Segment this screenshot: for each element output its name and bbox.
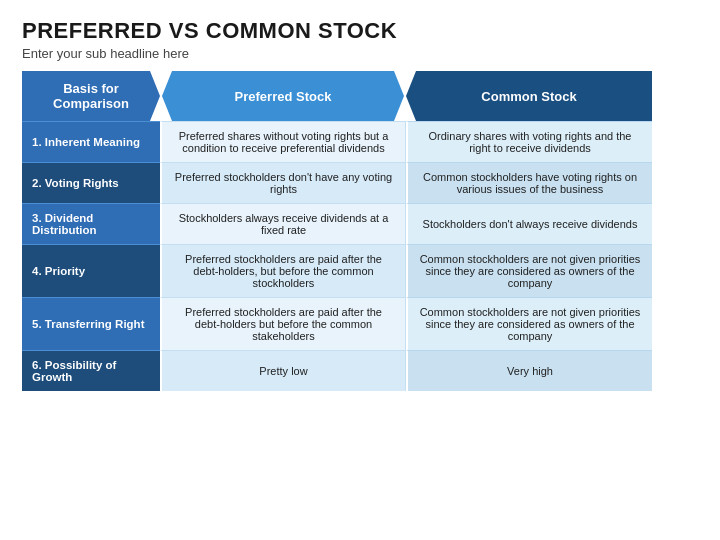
row-label-5: 5. Transferring Right (22, 297, 160, 350)
cell-preferred-5: Preferred stockholders are paid after th… (160, 297, 406, 350)
cell-preferred-6: Pretty low (160, 350, 406, 391)
cell-preferred-2: Preferred stockholders don't have any vo… (160, 162, 406, 203)
page-subtitle: Enter your sub headline here (22, 46, 698, 61)
header-preferred: Preferred Stock (162, 71, 404, 121)
cell-common-5: Common stockholders are not given priori… (406, 297, 652, 350)
row-label-4: 4. Priority (22, 244, 160, 297)
page-title: PREFERRED VS COMMON STOCK (22, 18, 698, 44)
cell-common-2: Common stockholders have voting rights o… (406, 162, 652, 203)
row-label-3: 3. Dividend Distribution (22, 203, 160, 244)
table-wrapper: Basis for Comparison Preferred Stock Com… (22, 71, 698, 526)
row-label-6: 6. Possibility of Growth (22, 350, 160, 391)
cell-common-6: Very high (406, 350, 652, 391)
cell-preferred-3: Stockholders always receive dividends at… (160, 203, 406, 244)
row-label-1: 1. Inherent Meaning (22, 121, 160, 162)
header-basis: Basis for Comparison (22, 71, 160, 121)
cell-common-3: Stockholders don't always receive divide… (406, 203, 652, 244)
row-label-2: 2. Voting Rights (22, 162, 160, 203)
cell-common-4: Common stockholders are not given priori… (406, 244, 652, 297)
cell-preferred-1: Preferred shares without voting rights b… (160, 121, 406, 162)
page: PREFERRED VS COMMON STOCK Enter your sub… (0, 0, 720, 540)
cell-preferred-4: Preferred stockholders are paid after th… (160, 244, 406, 297)
cell-common-1: Ordinary shares with voting rights and t… (406, 121, 652, 162)
header-common: Common Stock (406, 71, 652, 121)
comparison-table: Basis for Comparison Preferred Stock Com… (22, 71, 698, 391)
